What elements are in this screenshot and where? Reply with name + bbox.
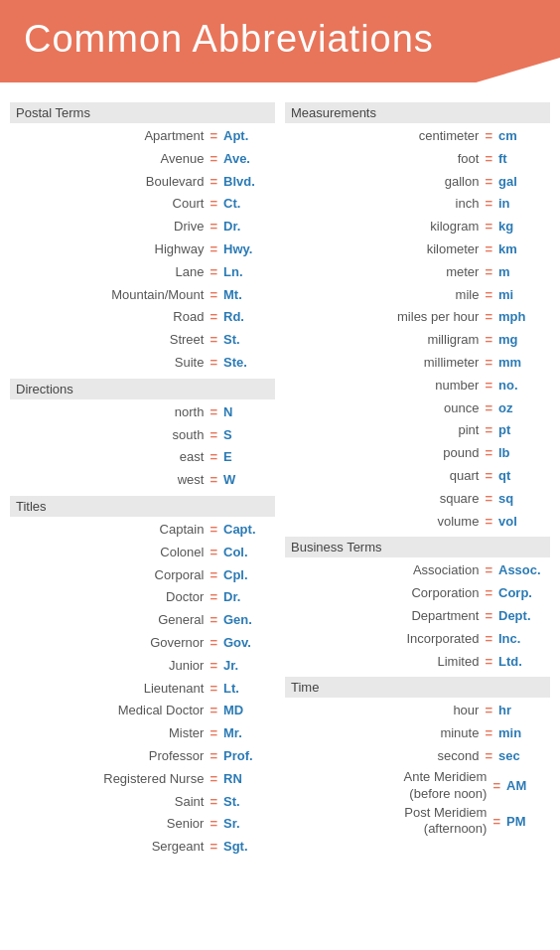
abbreviation: Prof. — [223, 746, 271, 767]
abbreviation: gal — [498, 172, 546, 193]
abbr-row: Association=Assoc. — [285, 559, 550, 582]
term: Avenue — [14, 149, 204, 170]
equals-sign: = — [485, 239, 492, 260]
abbreviation: S — [223, 425, 271, 446]
equals-sign: = — [210, 402, 217, 423]
abbr-row: Professor=Prof. — [10, 745, 275, 768]
term: hour — [289, 701, 479, 721]
abbreviation: Cpl. — [223, 565, 271, 586]
abbr-row: Corporal=Cpl. — [10, 564, 275, 587]
abbr-row: Mister=Mr. — [10, 722, 275, 745]
abbreviation: Ltd. — [498, 652, 546, 673]
abbreviation: Sr. — [223, 814, 271, 835]
term: Court — [14, 194, 204, 215]
abbreviation: kg — [498, 217, 546, 238]
abbreviation: Ct. — [223, 194, 271, 215]
equals-sign: = — [210, 425, 217, 446]
abbreviation: lb — [498, 443, 546, 464]
abbr-row: Street=St. — [10, 329, 275, 352]
abbr-row: Ante Meridiem(before noon)=AM — [285, 768, 550, 804]
abbr-row: Drive=Dr. — [10, 216, 275, 238]
abbr-row: Governor=Gov. — [10, 632, 275, 655]
equals-sign: = — [210, 701, 217, 721]
abbr-row: kilometer=km — [285, 238, 550, 261]
equals-sign: = — [485, 583, 492, 604]
abbreviation: ft — [498, 149, 546, 170]
term: Senior — [14, 814, 204, 835]
term: volume — [289, 512, 479, 533]
abbr-row: Sergeant=Sgt. — [10, 836, 275, 859]
equals-sign: = — [485, 307, 492, 328]
term: Post Meridiem(afternoon) — [289, 805, 487, 839]
abbr-row: number=no. — [285, 375, 550, 397]
abbreviation: oz — [498, 398, 546, 419]
equals-sign: = — [210, 194, 217, 215]
equals-sign: = — [485, 217, 492, 238]
equals-sign: = — [210, 262, 217, 283]
equals-sign: = — [210, 837, 217, 858]
abbreviation: Gen. — [223, 610, 271, 631]
term: south — [14, 425, 204, 446]
abbreviation: Dept. — [498, 606, 546, 627]
equals-sign: = — [210, 565, 217, 586]
abbr-row: Senior=Sr. — [10, 813, 275, 836]
equals-sign: = — [210, 285, 217, 306]
abbr-row: miles per hour=mph — [285, 306, 550, 329]
abbreviation: mi — [498, 285, 546, 306]
abbr-row: minute=min — [285, 722, 550, 745]
abbr-row: meter=m — [285, 261, 550, 284]
term: east — [14, 447, 204, 468]
abbr-row: Medical Doctor=MD — [10, 700, 275, 722]
term: kilogram — [289, 217, 479, 238]
abbr-row: quart=qt — [285, 465, 550, 488]
term: Medical Doctor — [14, 701, 204, 721]
abbr-row: millimeter=mm — [285, 352, 550, 375]
abbr-row: Court=Ct. — [10, 193, 275, 216]
equals-sign: = — [485, 172, 492, 193]
equals-sign: = — [210, 543, 217, 563]
term: Street — [14, 330, 204, 351]
left-column: Postal TermsApartment=Apt.Avenue=Ave.Bou… — [10, 98, 275, 859]
equals-sign: = — [485, 262, 492, 283]
term: Governor — [14, 633, 204, 654]
term: Sergeant — [14, 837, 204, 858]
equals-sign: = — [485, 443, 492, 464]
abbreviation: MD — [223, 701, 271, 721]
abbr-row: Lane=Ln. — [10, 261, 275, 284]
abbr-row: south=S — [10, 424, 275, 447]
abbreviation: Gov. — [223, 633, 271, 654]
abbreviation: Sgt. — [223, 837, 271, 858]
equals-sign: = — [485, 285, 492, 306]
abbreviation: Ste. — [223, 353, 271, 374]
term: Registered Nurse — [14, 769, 204, 790]
abbreviation: PM — [506, 814, 546, 829]
abbreviation: Ave. — [223, 149, 271, 170]
equals-sign: = — [210, 447, 217, 468]
abbreviation: cm — [498, 126, 546, 147]
abbr-row: kilogram=kg — [285, 216, 550, 238]
abbreviation: hr — [498, 701, 546, 721]
term: kilometer — [289, 239, 479, 260]
abbreviation: Capt. — [223, 520, 271, 541]
term: pound — [289, 443, 479, 464]
term: Junior — [14, 656, 204, 677]
abbreviation: Mt. — [223, 285, 271, 306]
abbr-row: Junior=Jr. — [10, 655, 275, 678]
abbreviation: vol — [498, 512, 546, 533]
abbreviation: Rd. — [223, 307, 271, 328]
abbreviation: St. — [223, 792, 271, 813]
abbr-row: Saint=St. — [10, 791, 275, 814]
abbr-row: east=E — [10, 446, 275, 469]
equals-sign: = — [485, 629, 492, 650]
term: second — [289, 746, 479, 767]
abbreviation: Ln. — [223, 262, 271, 283]
abbreviation: pt — [498, 420, 546, 441]
abbr-row: Avenue=Ave. — [10, 148, 275, 171]
equals-sign: = — [210, 149, 217, 170]
equals-sign: = — [210, 587, 217, 608]
term: millimeter — [289, 353, 479, 374]
abbreviation: sec — [498, 746, 546, 767]
term: Suite — [14, 353, 204, 374]
equals-sign: = — [485, 723, 492, 744]
term: Lieutenant — [14, 679, 204, 700]
